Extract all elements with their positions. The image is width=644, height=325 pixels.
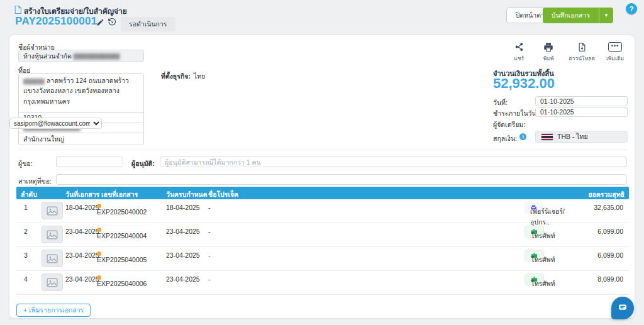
doc-date: 23-04-2025 <box>65 251 99 259</box>
table-header: ลำดับ วันที่เอกสาร เลขที่เอกสาร วันครบกำ… <box>16 187 629 199</box>
table-row[interactable]: 3 23-04-2025 EXP2025040005 23-04-2025 - … <box>16 247 629 271</box>
doc-number-text: EXP2025040006 <box>97 280 147 287</box>
download-icon <box>577 41 587 52</box>
category-tag[interactable]: โทรศัพท์ <box>525 226 544 238</box>
due-date-field[interactable] <box>535 107 628 117</box>
document-card: ชื่อผู้จำหน่าย ห้างหุ้นส่วนจำกัด ███████… <box>9 35 635 319</box>
doc-date: 23-04-2025 <box>65 228 99 235</box>
edit-pencil-icon[interactable] <box>96 18 104 28</box>
due-date: 23-04-2025 <box>166 251 200 259</box>
download-label: ดาวน์โหลด <box>569 54 595 63</box>
due-date: 18-04-2025 <box>166 204 200 211</box>
chat-support-button[interactable] <box>611 297 634 319</box>
doc-date: 18-04-2025 <box>65 204 99 211</box>
status-badge: รอดำเนินการ <box>121 17 175 31</box>
history-icon[interactable] <box>108 18 116 28</box>
status-dot-icon <box>97 228 101 232</box>
category-tag[interactable]: โทรศัพท์ <box>525 250 544 262</box>
chevron-down-icon[interactable]: ▼ <box>599 8 613 23</box>
print-button[interactable]: พิมพ์ <box>539 41 558 63</box>
approver-label: ผู้อนุมัติ: <box>131 158 155 169</box>
col-no: ลำดับ <box>21 189 37 200</box>
doc-number-cell[interactable]: EXP2025040004 <box>97 228 101 232</box>
status-dot-icon <box>97 251 101 256</box>
due-date: 23-04-2025 <box>166 275 200 283</box>
section-divider <box>18 150 627 150</box>
category-label: โทรศัพท์ <box>531 255 555 265</box>
info-icon[interactable]: i <box>519 133 526 140</box>
requester-field[interactable] <box>56 157 123 167</box>
net-amount: 32,635.00 <box>594 204 623 211</box>
project-name: - <box>208 228 211 235</box>
col-net-total: ยอดรวมสุทธิ <box>589 189 625 200</box>
table-row[interactable]: 2 23-04-2025 EXP2025040004 23-04-2025 - … <box>16 223 629 247</box>
status-dot-icon <box>97 204 101 208</box>
vendor-name-field[interactable]: ห้างหุ้นส่วนจำกัด █████████████ <box>18 50 144 62</box>
table-body: 1 18-04-2025 EXP2025040002 18-04-2025 - … <box>16 199 629 295</box>
approver-field[interactable] <box>160 157 627 167</box>
table-row[interactable]: 1 18-04-2025 EXP2025040002 18-04-2025 - … <box>16 199 629 223</box>
category-tag[interactable]: เฟอร์นิเจอร์/อุปกร.. <box>525 202 543 214</box>
due-date: 23-04-2025 <box>166 228 200 235</box>
print-label: พิมพ์ <box>543 54 554 63</box>
project-name: - <box>208 251 211 259</box>
document-icon <box>14 6 21 15</box>
project-name: - <box>208 204 211 211</box>
net-amount: 8,099.00 <box>597 275 623 283</box>
chat-icon <box>617 302 628 314</box>
reason-field[interactable] <box>56 174 627 185</box>
share-icon <box>514 41 524 52</box>
more-button[interactable]: ••• เพิ่มเติม <box>606 41 625 63</box>
currency-field[interactable]: THB - ไทย <box>535 131 628 143</box>
document-actions: แชร์ พิมพ์ ดาวน์โหลด ••• เพิ่มเติม <box>509 41 625 63</box>
row-number: 4 <box>24 275 28 283</box>
save-document-label: บันทึกเอกสาร <box>543 8 599 23</box>
currency-value: THB - ไทย <box>557 131 588 142</box>
business-location-value: ไทย <box>194 71 205 82</box>
share-button[interactable]: แชร์ <box>509 41 528 63</box>
category-label: โทรศัพท์ <box>531 278 555 289</box>
preparer-select[interactable]: sasiporn@flowaccount.com <box>9 118 102 129</box>
more-icon: ••• <box>608 41 622 52</box>
address-field[interactable]: ██████ ลาดพร้าว 124 ถนนลาดพร้าว แขวงวังท… <box>18 73 144 113</box>
grand-total-value: 52,932.00 <box>493 75 555 92</box>
doc-number-text: EXP2025040004 <box>97 232 147 240</box>
preparer-label: ผู้จัดเตรียม: <box>493 119 525 130</box>
row-number: 1 <box>24 204 28 211</box>
save-document-button[interactable]: บันทึกเอกสาร ▼ <box>543 8 613 23</box>
attachment-thumbnail[interactable] <box>42 202 63 219</box>
date-field[interactable] <box>535 96 628 106</box>
branch-field[interactable] <box>18 133 144 145</box>
status-dot-icon <box>97 275 101 280</box>
attachment-thumbnail[interactable] <box>42 226 63 243</box>
attachment-thumbnail[interactable] <box>42 273 63 291</box>
doc-date: 23-04-2025 <box>65 275 99 283</box>
vendor-name-redacted: █████████████ <box>74 53 120 59</box>
doc-number-text: EXP2025040002 <box>97 208 147 216</box>
doc-number-cell[interactable]: EXP2025040005 <box>97 251 101 256</box>
document-number: PAY2025100001 <box>15 15 97 28</box>
doc-number-cell[interactable]: EXP2025040002 <box>97 204 101 208</box>
row-number: 2 <box>24 228 28 235</box>
row-number: 3 <box>24 251 28 259</box>
col-doc-date: วันที่เอกสาร <box>65 189 99 200</box>
col-due-date: วันครบกำหนด <box>166 189 208 200</box>
business-location-label: ที่ตั้งธุรกิจ: <box>161 71 191 82</box>
requester-label: ผู้ขอ: <box>18 158 33 169</box>
doc-number-cell[interactable]: EXP2025040006 <box>97 275 101 280</box>
category-tag[interactable]: โทรศัพท์ <box>525 273 544 285</box>
table-row[interactable]: 4 23-04-2025 EXP2025040006 23-04-2025 - … <box>16 271 629 295</box>
vendor-name-text: ห้างหุ้นส่วนจำกัด <box>23 51 72 62</box>
attachment-thumbnail[interactable] <box>42 250 63 267</box>
net-amount: 6,099.00 <box>597 251 623 259</box>
share-label: แชร์ <box>514 54 524 63</box>
print-icon <box>543 41 553 52</box>
add-document-item-button[interactable]: + เพิ่มรายการเอกสาร <box>16 304 91 317</box>
help-button[interactable]: ? <box>626 3 637 14</box>
more-label: เพิ่มเติม <box>606 54 624 63</box>
download-button[interactable]: ดาวน์โหลด <box>569 41 595 63</box>
thai-flag-icon <box>541 133 553 141</box>
project-name: - <box>208 275 211 283</box>
doc-number-text: EXP2025040005 <box>97 256 147 263</box>
date-label: วันที่: <box>493 97 508 108</box>
